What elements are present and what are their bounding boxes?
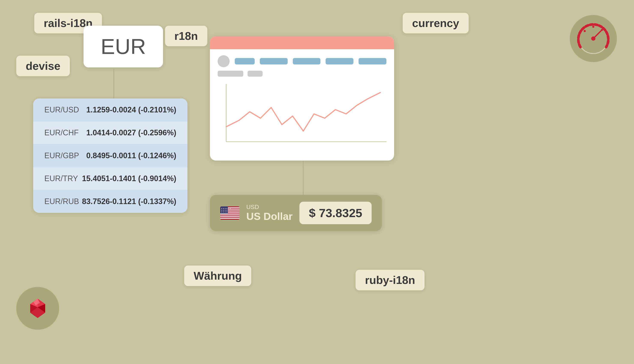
table-row: EUR/TRY 15.4051-0.1401 (-0.9014%) [33, 167, 188, 190]
sub-pill-2[interactable] [248, 71, 262, 77]
table-row: EUR/RUB 83.7526-0.1121 (-0.1337%) [33, 190, 188, 213]
currency-name-block: USD US Dollar [246, 204, 292, 222]
currency-table: EUR/USD 1.1259-0.0024 (-0.2101%) EUR/CHF… [33, 98, 188, 213]
eur-connector [114, 68, 114, 101]
speedometer-circle [570, 15, 617, 62]
table-row: EUR/USD 1.1259-0.0024 (-0.2101%) [33, 98, 188, 122]
svg-rect-7 [220, 216, 240, 216]
chart-connector [303, 160, 304, 195]
svg-point-23 [591, 36, 596, 41]
currency-name: US Dollar [246, 210, 292, 222]
r18n-label: r18n [165, 26, 207, 46]
currency-info-box: ★ ★ ★ ★ ★ ★ ★ ★ ★ ★ ★ ★ ★ ★ ★ ★ ★ USD US… [210, 195, 382, 231]
wahrung-label: Währung [184, 266, 251, 286]
ruby-gem-circle [16, 287, 59, 330]
currency-value: $ 73.8325 [300, 202, 372, 224]
table-row: EUR/CHF 1.0414-0.0027 (-0.2596%) [33, 122, 188, 144]
ruby-i18n-label: ruby-i18n [356, 270, 424, 290]
nav-pill-1[interactable] [235, 58, 255, 64]
chart-topbar [210, 36, 394, 49]
eur-value-box: EUR [84, 26, 163, 68]
us-flag: ★ ★ ★ ★ ★ ★ ★ ★ ★ ★ ★ ★ ★ ★ ★ ★ ★ [220, 206, 240, 220]
devise-label: devise [16, 56, 70, 76]
svg-text:★ ★ ★ ★ ★: ★ ★ ★ ★ ★ [221, 210, 229, 211]
nav-pill-3[interactable] [293, 58, 321, 64]
svg-point-25 [592, 26, 594, 28]
currency-label: currency [403, 13, 469, 34]
nav-pill-5[interactable] [358, 58, 386, 64]
svg-point-24 [584, 30, 586, 32]
svg-rect-8 [220, 218, 240, 218]
chart-area [218, 82, 386, 146]
chart-sub [210, 71, 394, 82]
table-row: EUR/GBP 0.8495-0.0011 (-0.1246%) [33, 144, 188, 167]
svg-text:★ ★ ★ ★ ★ ★: ★ ★ ★ ★ ★ ★ [221, 208, 231, 209]
svg-rect-6 [220, 214, 240, 214]
nav-pill-2[interactable] [260, 58, 288, 64]
chart-nav [210, 49, 394, 71]
nav-circle [218, 55, 230, 67]
nav-pill-4[interactable] [326, 58, 354, 64]
svg-point-26 [601, 29, 603, 31]
chart-window [210, 36, 394, 160]
sub-pill-1[interactable] [218, 71, 243, 77]
svg-text:★ ★ ★ ★ ★ ★: ★ ★ ★ ★ ★ ★ [221, 211, 231, 212]
currency-code: USD [246, 204, 292, 210]
